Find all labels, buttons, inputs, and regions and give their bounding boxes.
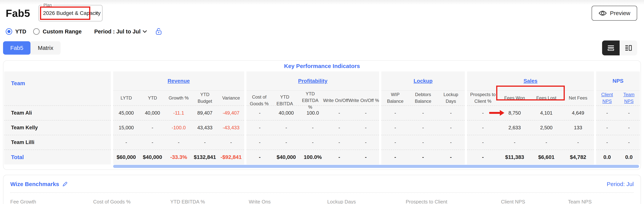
list-view-button[interactable] bbox=[602, 41, 620, 55]
kpi-cell: - bbox=[562, 139, 594, 145]
kpi-cell: - bbox=[326, 125, 352, 131]
tab-matrix[interactable]: Matrix bbox=[30, 41, 60, 55]
team-nps-link[interactable]: Team NPS bbox=[619, 91, 639, 105]
kpi-cell: 8,750 bbox=[499, 110, 531, 116]
kpi-cell: - bbox=[499, 139, 531, 145]
table-row: Team Lilli bbox=[4, 135, 111, 150]
benchmark-label: Fee Growth bbox=[10, 199, 93, 204]
total-row: $60,000 $40,000 -33.3% $132,841 -$92,841 bbox=[113, 150, 244, 164]
benchmark-label: Team NPS bbox=[568, 199, 634, 204]
table-row: - - - - - bbox=[246, 120, 379, 135]
kpi-cell: 15,000 bbox=[113, 125, 140, 131]
kpi-table: Team Team Ali Team Kelly Team Lilli Tota… bbox=[4, 71, 640, 164]
benchmarks-period: Period: Jul bbox=[607, 181, 634, 187]
preview-button-label: Preview bbox=[610, 10, 630, 17]
benchmark-item: YTD EBITDA % >=25% bbox=[170, 199, 249, 204]
table-row: Team Kelly bbox=[4, 120, 111, 135]
chevron-down-icon bbox=[143, 29, 147, 33]
kpi-cell: - bbox=[596, 139, 618, 145]
kpi-cell: - bbox=[596, 110, 618, 116]
total-row: - $11,383 $6,601 $4,782 bbox=[467, 150, 594, 164]
kpi-cell: - bbox=[437, 110, 465, 116]
kpi-cell: - bbox=[352, 110, 379, 116]
kpi-cell: - bbox=[140, 125, 166, 131]
benchmark-item: Cost of Goods % <=40% bbox=[93, 199, 170, 204]
team-column-header: Team bbox=[4, 71, 111, 106]
column-view-button[interactable] bbox=[620, 41, 637, 55]
kpi-panel-lockup: Lockup WIP Balance Debtors Balance Locku… bbox=[381, 71, 465, 164]
benchmark-item: Fee Growth 15% bbox=[10, 199, 93, 204]
tab-fab5[interactable]: Fab5 bbox=[3, 41, 30, 55]
unlock-icon[interactable] bbox=[156, 28, 162, 35]
ytd-radio-label: YTD bbox=[15, 29, 26, 35]
kpi-cell: -11.1 bbox=[166, 110, 192, 116]
client-nps-link[interactable]: Client NPS bbox=[597, 91, 617, 105]
kpi-cell: - bbox=[437, 139, 465, 145]
column-header: YTD EBITDA bbox=[274, 94, 295, 107]
kpi-cell: - bbox=[352, 125, 379, 131]
total-row: 0.0 0.0 bbox=[596, 150, 640, 164]
column-header: Lockup Days bbox=[440, 91, 461, 105]
radio-selected-icon[interactable] bbox=[6, 28, 12, 35]
eye-icon bbox=[598, 10, 607, 16]
kpi-cell: - bbox=[409, 139, 437, 145]
kpi-cell: - bbox=[246, 125, 273, 131]
kpi-card-title: Key Performance Indicators bbox=[4, 61, 640, 71]
total-row: - $40,000 100.0% - - bbox=[246, 150, 379, 164]
group-header-sales[interactable]: Sales bbox=[524, 78, 537, 84]
custom-range-radio[interactable]: Custom Range bbox=[33, 28, 82, 35]
kpi-cell: - bbox=[273, 139, 300, 145]
total-row: - - - bbox=[381, 150, 465, 164]
team-name: Team Kelly bbox=[11, 125, 38, 131]
benchmark-item: Prospects to Client >70% bbox=[406, 199, 501, 204]
kpi-cell: $6,601 bbox=[530, 154, 562, 160]
kpi-cell: - bbox=[326, 139, 352, 145]
kpi-cell: - bbox=[467, 125, 499, 131]
table-row: - - - bbox=[381, 120, 465, 135]
plan-select[interactable]: Plan 2026 Budget & Capacity bbox=[38, 5, 102, 21]
column-header: Cost of Goods % bbox=[249, 94, 270, 107]
column-header: Debtors Balance bbox=[413, 91, 433, 105]
columns-view-icon bbox=[624, 45, 632, 51]
rows-view-icon bbox=[607, 45, 615, 51]
table-row: - - - - - bbox=[113, 135, 244, 150]
kpi-cell: 40,000 bbox=[140, 110, 166, 116]
kpi-cell: - bbox=[381, 125, 409, 131]
radio-unselected-icon[interactable] bbox=[33, 28, 40, 35]
kpi-cell: - bbox=[218, 139, 244, 145]
kpi-cell: -49,407 bbox=[218, 110, 244, 116]
column-header: LYTD bbox=[120, 95, 132, 100]
kpi-panel-team: Team Team Ali Team Kelly Team Lilli Tota… bbox=[4, 71, 111, 164]
kpi-panel-nps: NPS Client NPS Team NPS - - - - - - bbox=[596, 71, 640, 164]
kpi-cell: - bbox=[381, 139, 409, 145]
column-header: YTD Budget bbox=[195, 91, 215, 105]
kpi-cell: 2,500 bbox=[530, 125, 562, 131]
kpi-cell: - bbox=[326, 110, 352, 116]
dashboard-page: Fab5 Plan 2026 Budget & Capacity Preview… bbox=[0, 0, 644, 204]
chevron-down-icon[interactable] bbox=[95, 12, 98, 15]
group-header-lockup[interactable]: Lockup bbox=[414, 78, 432, 84]
tab-group: Fab5 Matrix bbox=[3, 41, 60, 55]
kpi-panel-profitability: Profitability Cost of Goods % YTD EBITDA… bbox=[246, 71, 379, 164]
horizontal-scrollbar[interactable] bbox=[113, 165, 639, 168]
period-dropdown[interactable]: Period : Jul to Jul bbox=[94, 29, 146, 35]
kpi-cell: - bbox=[246, 154, 273, 160]
edit-pencil-icon[interactable] bbox=[62, 181, 68, 187]
column-header: Fees Lost bbox=[536, 95, 556, 100]
group-header-profitability[interactable]: Profitability bbox=[298, 78, 328, 84]
kpi-cell: 4,101 bbox=[530, 110, 562, 116]
table-row: - - - bbox=[381, 106, 465, 120]
benchmark-items: Fee Growth 15% Cost of Goods % <=40% YTD… bbox=[10, 199, 634, 204]
kpi-cell: - bbox=[409, 154, 437, 160]
table-row: - 2,633 2,500 133 bbox=[467, 120, 594, 135]
group-header-revenue[interactable]: Revenue bbox=[168, 78, 190, 84]
column-header: Growth % bbox=[168, 95, 188, 100]
ytd-radio[interactable]: YTD bbox=[6, 28, 26, 35]
kpi-cell: - bbox=[140, 139, 166, 145]
table-row: Team Ali bbox=[4, 106, 111, 120]
preview-button[interactable]: Preview bbox=[592, 6, 637, 21]
kpi-cell: 100.0 bbox=[300, 110, 326, 116]
table-row: - - - - bbox=[467, 135, 594, 150]
kpi-cell: - bbox=[326, 154, 352, 160]
kpi-cell: - bbox=[618, 139, 640, 145]
